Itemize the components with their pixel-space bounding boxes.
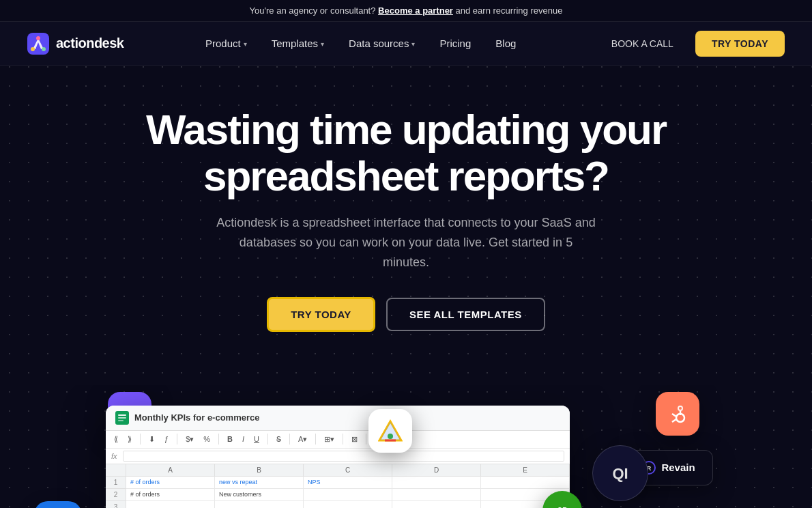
svg-point-4: [42, 47, 46, 51]
nav-actions: BOOK A CALL TRY TODAY: [598, 31, 785, 57]
cell-a2[interactable]: # of orders: [126, 489, 215, 501]
cell-b3[interactable]: [215, 501, 304, 508]
toolbar-divider-6: [315, 434, 316, 444]
logo-text: actiondesk: [56, 36, 124, 51]
cell-a1[interactable]: # of orders: [126, 477, 215, 489]
toolbar-color[interactable]: A▾: [295, 434, 310, 445]
sheet-grid: A B C D E 1 # of orders new vs repeat NP…: [106, 464, 570, 508]
banner-text-after: and earn recurring revenue: [456, 5, 563, 16]
hero-section: Wasting time updating your spreadsheet r…: [0, 66, 812, 385]
see-templates-button[interactable]: SEE ALL TEMPLATES: [386, 298, 545, 331]
grid-corner: [106, 464, 126, 477]
toolbar-dollar[interactable]: $▾: [183, 434, 197, 445]
svg-line-20: [672, 414, 676, 417]
toolbar-percent[interactable]: %: [201, 434, 213, 444]
hero-subtext: Actiondesk is a spreadsheet interface th…: [215, 213, 597, 272]
toolbar-strikethrough[interactable]: S̶: [274, 434, 284, 445]
chevron-down-icon: ▾: [244, 40, 247, 48]
sheet-header: Monthly KPIs for e-commerce: [106, 406, 570, 431]
sheet-title: Monthly KPIs for e-commerce: [134, 412, 260, 423]
partner-link[interactable]: Become a partner: [378, 5, 453, 16]
nav-item-pricing[interactable]: Pricing: [429, 32, 482, 55]
svg-rect-11: [118, 420, 124, 421]
toolbar-divider: [140, 434, 141, 444]
chevron-down-icon: ▾: [411, 40, 415, 48]
svg-rect-9: [118, 414, 126, 416]
cell-c2[interactable]: [304, 489, 392, 501]
cell-d2[interactable]: [392, 489, 481, 501]
logo-icon: [27, 33, 49, 55]
svg-text:QI: QI: [612, 465, 628, 482]
toolbar-divider-4: [267, 434, 268, 444]
cell-d3[interactable]: [392, 501, 481, 508]
toolbar-bold[interactable]: B: [224, 434, 235, 444]
col-header-c[interactable]: C: [304, 464, 392, 477]
qi-logo-icon: QI: [604, 457, 637, 490]
try-today-hero-button[interactable]: TRY TODAY: [267, 297, 375, 332]
nav-links: Product ▾ Templates ▾ Data sources ▾ Pri…: [194, 32, 527, 55]
nav-item-templates[interactable]: Templates ▾: [261, 32, 335, 55]
cell-c3[interactable]: [304, 501, 392, 508]
preview-area: Monthly KPIs for e-commerce ⟪ ⟫ ⬇ ƒ $▾ %…: [0, 385, 812, 508]
cell-e1[interactable]: [481, 477, 570, 489]
nav-item-datasources[interactable]: Data sources ▾: [338, 32, 426, 55]
toolbar-download[interactable]: ⬇: [146, 434, 158, 445]
sheet-icon: [115, 411, 129, 425]
toolbar-formula[interactable]: ƒ: [162, 434, 171, 444]
qi-icon: QI: [592, 445, 648, 501]
col-header-e[interactable]: E: [481, 464, 570, 477]
hero-headline: Wasting time updating your spreadsheet r…: [133, 107, 679, 199]
toolbar-divider-2: [177, 434, 177, 444]
col-header-b[interactable]: B: [215, 464, 304, 477]
nav-item-blog[interactable]: Blog: [484, 32, 527, 55]
col-header-a[interactable]: A: [126, 464, 215, 477]
cell-b2[interactable]: New customers: [215, 489, 304, 501]
announcement-banner: You're an agency or consultant? Become a…: [0, 0, 812, 22]
main-nav: actiondesk Product ▾ Templates ▾ Data so…: [0, 22, 812, 66]
toolbar-nav-prev[interactable]: ⟪: [111, 434, 121, 445]
cell-b1[interactable]: new vs repeat: [215, 477, 304, 489]
col-header-d[interactable]: D: [392, 464, 481, 477]
toolbar-nav-next[interactable]: ⟫: [125, 434, 134, 445]
svg-point-17: [679, 407, 682, 410]
hero-cta-group: TRY TODAY SEE ALL TEMPLATES: [27, 297, 785, 332]
toolbar-underline[interactable]: U: [251, 434, 262, 444]
svg-rect-10: [118, 417, 126, 419]
toolbar-italic[interactable]: I: [240, 434, 247, 444]
book-call-button[interactable]: BOOK A CALL: [598, 32, 687, 55]
toolbar-merge[interactable]: ⊠: [349, 434, 360, 445]
svg-point-14: [388, 434, 393, 439]
toolbar-divider-3: [218, 434, 219, 444]
toolbar-divider-5: [289, 434, 290, 444]
cell-a3[interactable]: [126, 501, 215, 508]
chevron-down-icon: ▾: [321, 40, 324, 48]
svg-point-3: [31, 47, 35, 51]
formula-bar-label: fx: [111, 452, 117, 460]
toolbar-divider-8: [366, 434, 366, 444]
banner-text-before: You're an agency or consultant?: [250, 5, 376, 16]
try-today-nav-button[interactable]: TRY TODAY: [695, 31, 785, 57]
google-ads-icon: [368, 409, 412, 453]
cell-c1[interactable]: NPS: [304, 477, 392, 489]
row-num-1: 1: [106, 477, 126, 489]
toolbar-divider-7: [343, 434, 343, 444]
sheet-toolbar: ⟪ ⟫ ⬇ ƒ $▾ % B I U S̶ A▾ ⊞▾ ⊠ ≡▾ ↵▾: [106, 431, 570, 449]
logo[interactable]: actiondesk: [27, 33, 124, 55]
revain-label: Revain: [661, 462, 695, 473]
cell-d1[interactable]: [392, 477, 481, 489]
row-num-2: 2: [106, 489, 126, 501]
svg-point-5: [36, 36, 40, 40]
row-num-3: 3: [106, 501, 126, 508]
spreadsheet-preview: Monthly KPIs for e-commerce ⟪ ⟫ ⬇ ƒ $▾ %…: [106, 406, 570, 508]
formula-input[interactable]: [123, 451, 564, 462]
svg-line-21: [672, 419, 676, 422]
hubspot-icon: [656, 392, 699, 436]
nav-item-product[interactable]: Product ▾: [194, 32, 258, 55]
bottom-left-integration-icon: [34, 501, 82, 508]
toolbar-border[interactable]: ⊞▾: [321, 434, 337, 445]
